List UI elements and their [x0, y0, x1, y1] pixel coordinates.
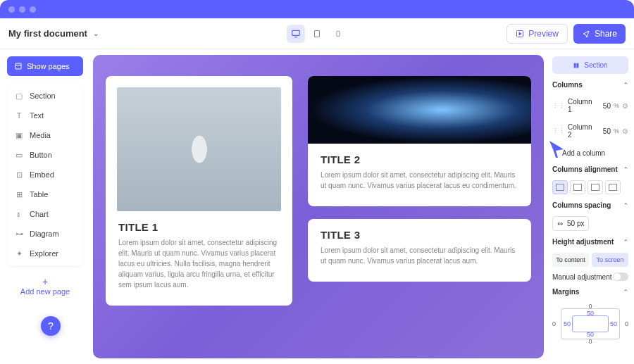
manual-adjustment-label: Manual adjustment: [552, 273, 612, 281]
manual-adjustment-toggle[interactable]: [613, 272, 628, 281]
columns-icon: [573, 62, 580, 69]
column-1-row[interactable]: ⋮⋮ Column 1 50 % ⚙: [552, 96, 628, 115]
card-1-title: TITLE 1: [118, 221, 280, 233]
elements-list: ▢Section TText ▣Media ▭Button ⊡Embed ⊞Ta…: [7, 83, 83, 266]
card-1-text: Lorem ipsum dolor sit amet, consectetur …: [118, 237, 280, 290]
traffic-light-min[interactable]: [19, 6, 25, 13]
margins-editor[interactable]: 0 50 0 50 50 0 50 0: [552, 303, 628, 345]
margins-section-header[interactable]: Margins ⌃: [552, 287, 628, 297]
share-button[interactable]: Share: [573, 24, 626, 44]
add-column-button[interactable]: Add a column: [552, 146, 628, 158]
share-icon: [582, 30, 590, 38]
svg-rect-6: [15, 63, 21, 69]
top-toolbar: My first document ⌄ Preview Share: [0, 18, 634, 49]
height-to-content-tab[interactable]: To content: [552, 253, 589, 267]
section-indicator[interactable]: Section: [552, 56, 628, 74]
add-new-page-button[interactable]: + Add new page: [7, 273, 83, 299]
pages-icon: [14, 62, 23, 70]
chevron-up-icon: ⌃: [623, 239, 628, 245]
element-section[interactable]: ▢Section: [7, 86, 83, 106]
text-icon: T: [14, 111, 24, 120]
card-2[interactable]: TITLE 2 Lorem ipsum dolor sit amet, cons…: [308, 76, 531, 206]
column-2-row[interactable]: ⋮⋮ Column 2 50 % ⚙: [552, 121, 628, 141]
table-icon: ⊞: [14, 189, 24, 199]
media-icon: ▣: [14, 130, 24, 140]
chevron-up-icon: ⌃: [623, 166, 628, 172]
canvas[interactable]: TITLE 1 Lorem ipsum dolor sit amet, cons…: [93, 55, 544, 358]
card-2-title: TITLE 2: [321, 153, 518, 165]
viewport-switcher: [287, 25, 347, 43]
card-3-text: Lorem ipsum dolor sit amet, consectetur …: [321, 245, 518, 266]
element-table[interactable]: ⊞Table: [7, 184, 83, 204]
help-button[interactable]: ?: [41, 316, 61, 336]
properties-panel: Section Columns ⌃ ⋮⋮ Column 1 50 % ⚙ ⋮⋮ …: [547, 49, 634, 364]
gear-icon[interactable]: ⚙: [622, 102, 628, 110]
chart-icon: ⫾: [14, 209, 24, 219]
columns-section-header[interactable]: Columns ⌃: [552, 80, 628, 90]
svg-marker-5: [519, 32, 521, 35]
height-to-screen-tab[interactable]: To screen: [592, 253, 628, 267]
align-bottom-button[interactable]: [588, 180, 603, 194]
svg-rect-0: [292, 30, 300, 35]
traffic-light-close[interactable]: [8, 6, 15, 13]
tablet-view-button[interactable]: [308, 25, 326, 43]
element-embed[interactable]: ⊡Embed: [7, 165, 83, 184]
cursor-icon: [549, 141, 564, 158]
explorer-icon: ✦: [14, 249, 24, 258]
svg-rect-3: [337, 31, 340, 37]
spacing-input[interactable]: ⇔ 50 px: [552, 216, 589, 231]
svg-rect-9: [577, 63, 579, 68]
element-chart[interactable]: ⫾Chart: [7, 204, 83, 224]
alignment-section-header[interactable]: Columns alignment ⌃: [552, 164, 628, 175]
chevron-up-icon: ⌃: [623, 289, 628, 295]
card-3-title: TITLE 3: [321, 229, 518, 241]
card-2-image: [308, 76, 531, 144]
diagram-icon: ⊶: [14, 229, 24, 239]
element-text[interactable]: TText: [7, 106, 83, 125]
gear-icon[interactable]: ⚙: [622, 127, 628, 135]
plus-icon: +: [10, 276, 80, 287]
svg-rect-8: [574, 63, 576, 68]
drag-handle-icon[interactable]: ⋮⋮: [552, 102, 565, 109]
height-section-header[interactable]: Height adjustment ⌃: [552, 237, 628, 247]
drag-handle-icon[interactable]: ⋮⋮: [552, 127, 565, 134]
spacing-section-header[interactable]: Columns spacing ⌃: [552, 200, 628, 211]
embed-icon: ⊡: [14, 170, 24, 180]
chevron-down-icon: ⌄: [93, 30, 99, 37]
preview-button[interactable]: Preview: [506, 24, 568, 44]
svg-rect-2: [315, 30, 320, 37]
element-media[interactable]: ▣Media: [7, 125, 83, 145]
element-button[interactable]: ▭Button: [7, 145, 83, 165]
element-diagram[interactable]: ⊶Diagram: [7, 224, 83, 244]
element-explorer[interactable]: ✦Explorer: [7, 244, 83, 263]
button-icon: ▭: [14, 150, 24, 160]
play-icon: [516, 30, 524, 38]
document-title-dropdown[interactable]: My first document ⌄: [8, 28, 99, 39]
card-2-text: Lorem ipsum dolor sit amet, consectetur …: [321, 170, 518, 191]
card-1[interactable]: TITLE 1 Lorem ipsum dolor sit amet, cons…: [106, 76, 292, 306]
desktop-view-button[interactable]: [287, 25, 305, 43]
window-titlebar: [0, 0, 634, 18]
document-title: My first document: [8, 28, 87, 39]
chevron-up-icon: ⌃: [623, 202, 628, 208]
show-pages-button[interactable]: Show pages: [7, 56, 83, 76]
align-middle-button[interactable]: [570, 180, 585, 194]
spacing-icon: ⇔: [557, 220, 563, 227]
chevron-up-icon: ⌃: [623, 82, 628, 88]
align-stretch-button[interactable]: [605, 180, 621, 194]
card-1-image: [117, 87, 281, 211]
card-3[interactable]: TITLE 3 Lorem ipsum dolor sit amet, cons…: [308, 219, 531, 282]
section-icon: ▢: [14, 91, 24, 101]
align-top-button[interactable]: [552, 180, 568, 194]
mobile-view-button[interactable]: [329, 25, 347, 43]
traffic-light-max[interactable]: [30, 6, 36, 13]
